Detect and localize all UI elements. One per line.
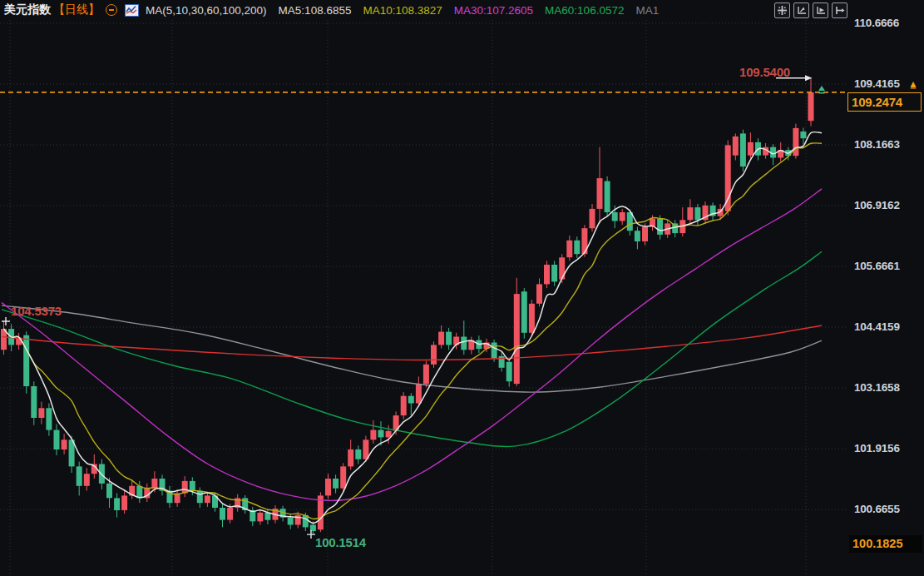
y-axis-label: 108.1663 <box>854 138 921 151</box>
chart-toolbar <box>774 2 847 18</box>
ma-line-ma5 <box>4 132 823 524</box>
y-axis-label: 100.6655 <box>854 503 921 516</box>
left-high-cross-marker <box>2 317 10 325</box>
move-tool-icon[interactable] <box>774 2 790 18</box>
ma-legend-item: MA5:108.6855 <box>279 4 352 17</box>
period-label[interactable]: 【日线】 <box>53 2 100 17</box>
ma-legend: MA5:108.6855MA10:108.3827MA30:107.2605MA… <box>267 4 660 17</box>
ma-legend-item: MA60:106.0572 <box>545 4 624 17</box>
ma-legend-item: MA10:108.3827 <box>363 4 442 17</box>
y-axis-label: 110.6666 <box>854 17 921 30</box>
axis-anchor-left-icon[interactable] <box>793 2 809 18</box>
ma-line-ma30 <box>2 189 822 500</box>
y-axis-label: 101.9156 <box>854 442 921 455</box>
ma-legend-item: MA1 <box>635 4 659 17</box>
candlestick-chart[interactable] <box>0 0 924 576</box>
scroll-to-latest-icon[interactable]: ▲ <box>908 78 918 90</box>
candles <box>1 78 814 534</box>
low-cross-marker <box>307 530 315 539</box>
left-high-annotation: 104.5373 <box>11 304 62 318</box>
chart-window: 美元指数 【日线】 MA(5,10,30,60,100,200) MA5:108… <box>0 0 924 576</box>
pan-right-icon[interactable] <box>832 2 847 18</box>
low-annotation: 100.1514 <box>315 535 366 549</box>
ma-line-ma100 <box>2 325 822 360</box>
ma-line-ma60 <box>2 251 822 446</box>
chart-style-icon[interactable] <box>125 4 139 17</box>
ma-line-ma200 <box>2 305 822 392</box>
high-annotation: 109.5400 <box>739 65 790 79</box>
latest-flag-marker <box>818 86 825 94</box>
axis-play-icon[interactable] <box>813 2 828 18</box>
y-axis-label: 103.1658 <box>854 381 921 395</box>
symbol-title: 美元指数 <box>4 2 51 17</box>
range-low-label: 100.1825 <box>849 535 922 553</box>
ma-legend-item: MA30:107.2605 <box>454 4 533 17</box>
y-axis-label: 104.4159 <box>854 320 921 334</box>
y-axis-label: 106.9162 <box>854 199 921 212</box>
current-price-label: 109.2474 <box>847 92 922 112</box>
ma-caption: MA(5,10,30,60,100,200) <box>146 4 267 17</box>
y-axis-label: 105.6661 <box>854 260 921 273</box>
ma-line-ma10 <box>4 143 823 519</box>
circle-minus-icon[interactable] <box>106 4 117 16</box>
